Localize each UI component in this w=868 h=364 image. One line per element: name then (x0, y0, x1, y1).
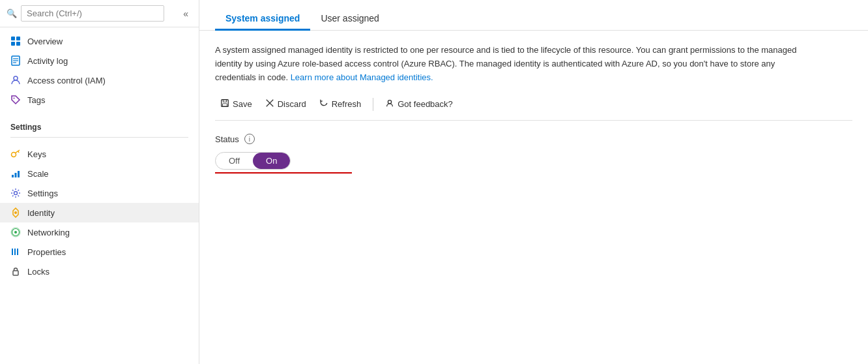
learn-more-link[interactable]: Learn more about Managed identities. (291, 72, 433, 82)
svg-line-12 (18, 151, 19, 153)
keys-icon (10, 149, 21, 159)
sidebar-item-tags[interactable]: Tags (0, 90, 199, 110)
status-label: Status (215, 134, 239, 144)
sidebar-item-label-properties: Properties (27, 247, 66, 257)
tab-user-assigned[interactable]: User assigned (310, 8, 390, 31)
sidebar-item-label-keys: Keys (27, 149, 46, 159)
svg-rect-14 (15, 173, 17, 177)
settings-icon (10, 188, 21, 198)
feedback-label: Got feedback? (398, 99, 453, 109)
sidebar-item-scale[interactable]: Scale (0, 164, 199, 183)
tab-system-assigned[interactable]: System assigned (215, 8, 310, 31)
discard-button[interactable]: Discard (260, 96, 311, 112)
search-icon: 🔍 (7, 8, 17, 18)
svg-point-19 (14, 231, 17, 234)
svg-point-9 (14, 98, 15, 99)
toolbar: Save Discard Refresh (215, 96, 852, 121)
sidebar-item-networking[interactable]: Networking (0, 222, 199, 242)
settings-section-label: Settings (0, 114, 199, 134)
search-bar: 🔍 « (0, 0, 199, 27)
settings-divider (10, 137, 188, 138)
locks-icon (10, 266, 21, 277)
toggle-on-option[interactable]: On (253, 153, 290, 169)
sidebar-item-label-activity-log: Activity log (27, 56, 68, 66)
status-row: Status i (215, 134, 852, 144)
svg-point-10 (12, 153, 16, 157)
sidebar-item-label-settings: Settings (27, 189, 58, 198)
refresh-icon (319, 99, 328, 110)
refresh-button[interactable]: Refresh (314, 96, 367, 112)
sidebar-item-label-identity: Identity (27, 208, 55, 218)
toggle-off-option[interactable]: Off (216, 153, 253, 169)
svg-point-16 (14, 192, 18, 195)
sidebar-item-label-scale: Scale (27, 169, 49, 179)
svg-point-18 (14, 211, 17, 214)
sidebar-item-label-tags: Tags (27, 95, 45, 105)
svg-rect-24 (17, 249, 18, 255)
collapse-button[interactable]: « (179, 7, 192, 20)
svg-rect-22 (12, 249, 13, 255)
sidebar-item-activity-log[interactable]: Activity log (0, 51, 199, 70)
svg-point-8 (14, 76, 18, 80)
sidebar: 🔍 « Overview (0, 0, 199, 364)
description-text: A system assigned managed identity is re… (215, 44, 802, 84)
sidebar-item-properties[interactable]: Properties (0, 242, 199, 262)
sidebar-item-settings[interactable]: Settings (0, 183, 199, 203)
svg-rect-1 (16, 37, 20, 40)
svg-rect-25 (13, 271, 18, 275)
overview-icon (10, 36, 21, 46)
svg-rect-3 (16, 42, 20, 46)
toolbar-divider (373, 98, 373, 111)
sidebar-item-label-iam: Access control (IAM) (27, 76, 106, 85)
svg-rect-0 (11, 37, 15, 40)
sidebar-item-identity[interactable]: Identity (0, 203, 199, 222)
nav-top-list: Overview Activity log Access (0, 27, 199, 114)
scale-icon (10, 168, 21, 179)
nav-settings-list: Keys Scale Settings (0, 140, 199, 285)
sidebar-item-locks[interactable]: Locks (0, 262, 199, 281)
status-toggle[interactable]: Off On (215, 152, 291, 170)
toggle-underline (215, 172, 352, 174)
content-area: A system assigned managed identity is re… (199, 31, 868, 187)
activity-log-icon (10, 55, 21, 66)
discard-icon (265, 99, 274, 110)
networking-icon (10, 227, 21, 237)
refresh-label: Refresh (332, 99, 362, 109)
iam-icon (10, 75, 21, 85)
properties-icon (10, 247, 21, 257)
save-icon (220, 99, 229, 110)
sidebar-item-keys[interactable]: Keys (0, 144, 199, 164)
tags-icon (10, 95, 21, 105)
main-content: System assigned User assigned A system a… (199, 0, 868, 364)
tabs-container: System assigned User assigned (199, 0, 868, 31)
svg-rect-13 (12, 175, 14, 177)
save-label: Save (233, 99, 252, 109)
sidebar-item-label-networking: Networking (27, 228, 70, 237)
svg-rect-23 (14, 249, 16, 255)
search-input[interactable] (21, 5, 164, 22)
sidebar-item-overview[interactable]: Overview (0, 31, 199, 51)
discard-label: Discard (278, 99, 306, 109)
feedback-icon (385, 99, 394, 110)
sidebar-item-label-locks: Locks (27, 267, 50, 277)
status-info-icon[interactable]: i (244, 134, 255, 144)
feedback-button[interactable]: Got feedback? (380, 96, 458, 112)
identity-icon (10, 207, 21, 218)
sidebar-item-label-overview: Overview (27, 37, 63, 46)
svg-rect-2 (11, 42, 15, 46)
svg-rect-15 (18, 171, 20, 177)
svg-point-31 (388, 100, 392, 104)
save-button[interactable]: Save (215, 96, 257, 112)
toggle-wrapper: Off On (215, 152, 852, 174)
sidebar-item-iam[interactable]: Access control (IAM) (0, 70, 199, 90)
